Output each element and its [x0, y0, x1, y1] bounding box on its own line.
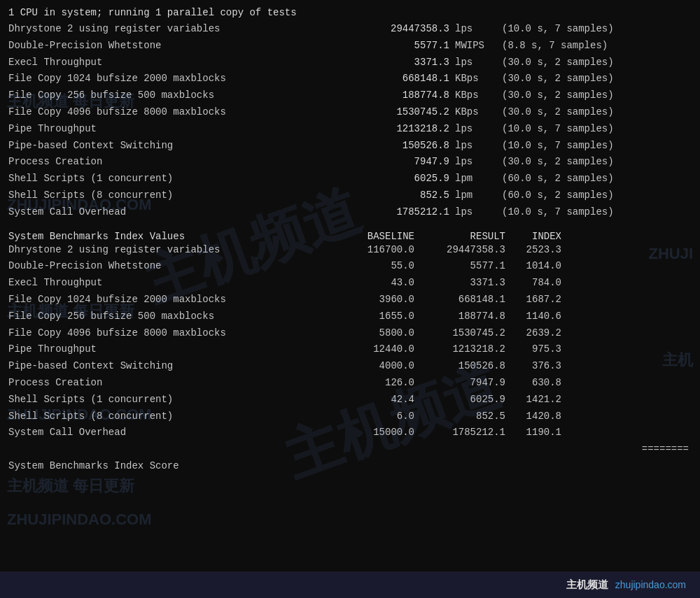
benchmark-label: File Copy 4096 bufsize 8000 maxblocks: [8, 104, 337, 121]
benchmark-value: 29447358.3: [337, 21, 449, 38]
index-row-baseline: 3960.0: [330, 292, 414, 308]
footer-site-name: 主机频道: [566, 578, 608, 592]
footer-bar: 主机频道 zhujipindao.com: [0, 571, 700, 598]
benchmark-value: 6025.9: [337, 171, 449, 187]
index-row-label: Dhrystone 2 using register variables: [8, 242, 330, 259]
benchmark-label: Dhrystone 2 using register variables: [8, 21, 337, 38]
benchmark-results: Dhrystone 2 using register variables2944…: [8, 21, 692, 221]
watermark-6: ZHUJIPINDAO.COM: [7, 511, 152, 529]
benchmark-row: Pipe Throughput1213218.2lps(10.0 s, 7 sa…: [8, 121, 692, 138]
benchmark-unit: lps: [449, 204, 502, 221]
index-row-baseline: 43.0: [330, 275, 414, 292]
benchmark-samples: (60.0 s, 2 samples): [502, 171, 614, 187]
index-table-row: File Copy 256 bufsize 500 maxblocks1655.…: [8, 308, 692, 325]
index-row-index: 2639.2: [505, 325, 561, 342]
index-row-baseline: 1655.0: [330, 308, 414, 325]
benchmark-value: 1213218.2: [337, 121, 449, 138]
benchmark-label: File Copy 256 bufsize 500 maxblocks: [8, 87, 337, 104]
benchmark-value: 1785212.1: [337, 204, 449, 221]
index-header-index: INDEX: [505, 231, 561, 242]
index-row-baseline: 116700.0: [330, 242, 414, 259]
index-table-row: Pipe-based Context Switching4000.0150526…: [8, 358, 692, 375]
index-row-result: 5577.1: [414, 258, 505, 275]
index-row-baseline: 42.4: [330, 392, 414, 408]
benchmark-samples: (30.0 s, 2 samples): [502, 55, 614, 71]
index-table-row: Shell Scripts (8 concurrent)6.0852.51420…: [8, 408, 692, 425]
benchmark-row: Pipe-based Context Switching150526.8lps(…: [8, 138, 692, 155]
index-row-result: 1213218.2: [414, 341, 505, 358]
index-row-index: 2523.3: [505, 242, 561, 259]
index-table-row: System Call Overhead15000.01785212.11190…: [8, 425, 692, 441]
index-row-baseline: 5800.0: [330, 325, 414, 342]
index-row-result: 150526.8: [414, 358, 505, 375]
index-table-row: File Copy 4096 bufsize 8000 maxblocks580…: [8, 325, 692, 342]
benchmark-samples: (10.0 s, 7 samples): [502, 121, 614, 138]
benchmark-samples: (30.0 s, 2 samples): [502, 104, 614, 121]
index-table-row: Pipe Throughput12440.01213218.2975.3: [8, 341, 692, 358]
benchmark-value: 852.5: [337, 187, 449, 204]
terminal-content: 1 CPU in system; running 1 parallel copy…: [0, 0, 700, 482]
benchmark-row: Shell Scripts (8 concurrent)852.5lpm(60.…: [8, 187, 692, 204]
index-row-baseline: 55.0: [330, 258, 414, 275]
benchmark-samples: (30.0 s, 2 samples): [502, 71, 614, 87]
index-row-result: 188774.8: [414, 308, 505, 325]
index-row-result: 1785212.1: [414, 425, 505, 441]
index-row-label: Double-Precision Whetstone: [8, 258, 330, 275]
index-row-index: 1140.6: [505, 308, 561, 325]
benchmark-row: Dhrystone 2 using register variables2944…: [8, 21, 692, 38]
index-row-result: 668148.1: [414, 292, 505, 308]
index-row-index: 784.0: [505, 275, 561, 292]
index-row-label: File Copy 1024 bufsize 2000 maxblocks: [8, 292, 330, 308]
index-table-row: Shell Scripts (1 concurrent)42.46025.914…: [8, 392, 692, 408]
index-row-label: File Copy 4096 bufsize 8000 maxblocks: [8, 325, 330, 342]
benchmark-unit: MWIPS: [449, 38, 502, 55]
index-row-label: Pipe Throughput: [8, 341, 330, 358]
benchmark-samples: (30.0 s, 2 samples): [502, 87, 614, 104]
index-row-index: 630.8: [505, 375, 561, 392]
benchmark-unit: lps: [449, 121, 502, 138]
index-header-result: RESULT: [414, 231, 505, 242]
benchmark-value: 150526.8: [337, 138, 449, 155]
index-row-baseline: 15000.0: [330, 425, 414, 441]
index-row-label: Execl Throughput: [8, 275, 330, 292]
benchmark-unit: lps: [449, 138, 502, 155]
benchmark-label: Shell Scripts (1 concurrent): [8, 171, 337, 187]
index-table-row: File Copy 1024 bufsize 2000 maxblocks396…: [8, 292, 692, 308]
index-table-header: System Benchmarks Index ValuesBASELINERE…: [8, 231, 692, 242]
index-row-index: 1190.1: [505, 425, 561, 441]
footer-site-url: zhujipindao.com: [615, 579, 686, 590]
index-row-index: 975.3: [505, 341, 561, 358]
benchmark-label: Double-Precision Whetstone: [8, 38, 337, 55]
index-row-index: 1014.0: [505, 258, 561, 275]
benchmark-row: File Copy 4096 bufsize 8000 maxblocks153…: [8, 104, 692, 121]
index-table-row: Double-Precision Whetstone55.05577.11014…: [8, 258, 692, 275]
index-row-result: 1530745.2: [414, 325, 505, 342]
benchmark-value: 188774.8: [337, 87, 449, 104]
benchmark-value: 7947.9: [337, 154, 449, 171]
index-row-result: 852.5: [414, 408, 505, 425]
index-row-result: 29447358.3: [414, 242, 505, 259]
benchmark-unit: lpm: [449, 187, 502, 204]
benchmark-row: Process Creation7947.9lps(30.0 s, 2 samp…: [8, 154, 692, 171]
index-header-baseline: BASELINE: [330, 231, 414, 242]
index-row-index: 376.3: [505, 358, 561, 375]
index-table-row: Execl Throughput43.03371.3784.0: [8, 275, 692, 292]
benchmark-label: Shell Scripts (8 concurrent): [8, 187, 337, 204]
index-table-row: Process Creation126.07947.9630.8: [8, 375, 692, 392]
benchmark-unit: KBps: [449, 87, 502, 104]
score-line: System Benchmarks Index Score: [8, 458, 692, 475]
benchmark-value: 668148.1: [337, 71, 449, 87]
benchmark-row: Execl Throughput3371.3lps(30.0 s, 2 samp…: [8, 55, 692, 71]
index-row-result: 7947.9: [414, 375, 505, 392]
benchmark-label: Pipe-based Context Switching: [8, 138, 337, 155]
index-row-baseline: 4000.0: [330, 358, 414, 375]
index-row-baseline: 12440.0: [330, 341, 414, 358]
index-row-result: 3371.3: [414, 275, 505, 292]
index-row-label: File Copy 256 bufsize 500 maxblocks: [8, 308, 330, 325]
benchmark-label: File Copy 1024 bufsize 2000 maxblocks: [8, 71, 337, 87]
index-row-index: 1421.2: [505, 392, 561, 408]
benchmark-row: File Copy 256 bufsize 500 maxblocks18877…: [8, 87, 692, 104]
benchmark-samples: (60.0 s, 2 samples): [502, 187, 614, 204]
benchmark-value: 1530745.2: [337, 104, 449, 121]
benchmark-label: System Call Overhead: [8, 204, 337, 221]
